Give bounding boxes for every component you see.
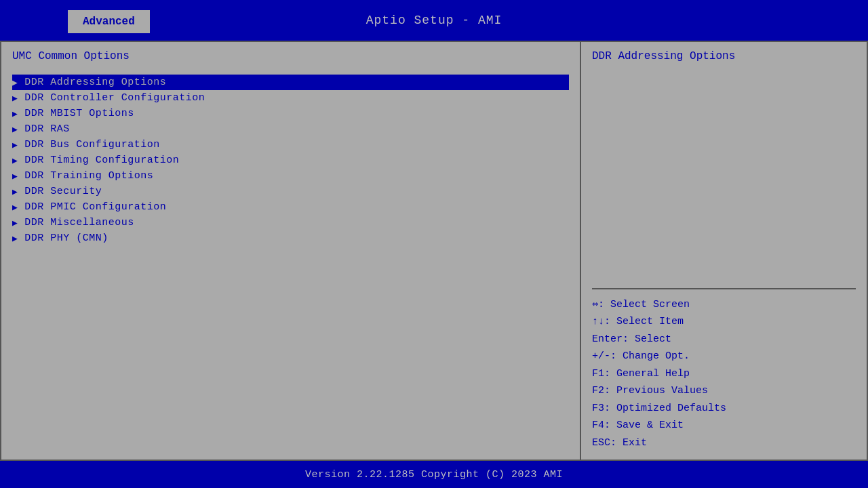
key-help-section: ⇔: Select Screen↑↓: Select ItemEnter: Se…: [592, 296, 856, 452]
key-help-line: F1: General Help: [592, 365, 856, 383]
arrow-icon: ▶: [12, 93, 18, 104]
tab-advanced[interactable]: Advanced: [68, 10, 150, 33]
arrow-icon: ▶: [12, 77, 18, 88]
divider: [592, 288, 856, 289]
menu-item-label: DDR Addressing Options: [24, 77, 166, 88]
menu-item[interactable]: ▶DDR Timing Configuration: [12, 152, 569, 168]
arrow-icon: ▶: [12, 171, 18, 182]
menu-item-label: DDR Timing Configuration: [24, 155, 179, 166]
menu-item[interactable]: ▶DDR PMIC Configuration: [12, 199, 569, 215]
menu-item-label: DDR RAS: [24, 123, 70, 135]
menu-item-label: DDR PMIC Configuration: [24, 201, 166, 213]
menu-item-label: DDR Training Options: [24, 170, 153, 182]
key-help-line: F4: Save & Exit: [592, 417, 856, 434]
key-label: ESC: Exit: [592, 437, 647, 449]
key-label: ⇔: Select Screen: [592, 299, 690, 310]
menu-item[interactable]: ▶DDR Addressing Options: [12, 75, 569, 90]
version-text: Version 2.22.1285 Copyright (C) 2023 AMI: [305, 469, 563, 481]
menu-item-label: DDR Security: [24, 186, 102, 197]
key-help-line: ESC: Exit: [592, 434, 856, 452]
key-help-line: ⇔: Select Screen: [592, 296, 856, 314]
bottom-bar: Version 2.22.1285 Copyright (C) 2023 AMI: [0, 461, 868, 488]
key-help-line: Enter: Select: [592, 331, 856, 348]
menu-item[interactable]: ▶DDR Controller Configuration: [12, 90, 569, 106]
top-bar: Aptio Setup - AMI Advanced: [0, 0, 868, 41]
arrow-icon: ▶: [12, 140, 18, 150]
arrow-icon: ▶: [12, 108, 18, 119]
key-help-line: +/-: Change Opt.: [592, 348, 856, 365]
key-label: F1: General Help: [592, 368, 690, 380]
menu-item[interactable]: ▶DDR PHY (CMN): [12, 230, 569, 246]
menu-item-label: DDR Miscellaneous: [24, 217, 134, 228]
key-help-line: ↑↓: Select Item: [592, 313, 856, 331]
menu-item[interactable]: ▶DDR MBIST Options: [12, 106, 569, 121]
left-panel: UMC Common Options ▶DDR Addressing Optio…: [1, 42, 581, 460]
help-description: [592, 70, 856, 281]
arrow-icon: ▶: [12, 233, 18, 244]
key-label: F4: Save & Exit: [592, 420, 684, 431]
menu-item[interactable]: ▶DDR Training Options: [12, 168, 569, 184]
help-title: DDR Addressing Options: [592, 50, 856, 62]
key-label: F3: Optimized Defaults: [592, 403, 726, 414]
main-content: UMC Common Options ▶DDR Addressing Optio…: [0, 41, 868, 461]
arrow-icon: ▶: [12, 202, 18, 213]
key-help-line: F3: Optimized Defaults: [592, 400, 856, 418]
menu-item[interactable]: ▶DDR Miscellaneous: [12, 215, 569, 230]
key-label: ↑↓: Select Item: [592, 316, 684, 327]
arrow-icon: ▶: [12, 218, 18, 228]
key-label: F2: Previous Values: [592, 385, 708, 396]
arrow-icon: ▶: [12, 155, 18, 166]
menu-item[interactable]: ▶DDR RAS: [12, 121, 569, 137]
app-title: Aptio Setup - AMI: [366, 14, 502, 27]
menu-list: ▶DDR Addressing Options▶DDR Controller C…: [12, 75, 569, 246]
key-label: +/-: Change Opt.: [592, 350, 690, 362]
arrow-icon: ▶: [12, 124, 18, 135]
menu-item-label: DDR Controller Configuration: [24, 92, 205, 104]
menu-item[interactable]: ▶DDR Security: [12, 184, 569, 199]
menu-item[interactable]: ▶DDR Bus Configuration: [12, 137, 569, 152]
key-help-line: F2: Previous Values: [592, 382, 856, 400]
key-label: Enter: Select: [592, 333, 671, 345]
section-title: UMC Common Options: [12, 50, 569, 62]
menu-item-label: DDR Bus Configuration: [24, 139, 160, 150]
arrow-icon: ▶: [12, 186, 18, 197]
menu-item-label: DDR MBIST Options: [24, 108, 134, 119]
menu-item-label: DDR PHY (CMN): [24, 232, 108, 244]
right-panel: DDR Addressing Options ⇔: Select Screen↑…: [581, 42, 867, 460]
